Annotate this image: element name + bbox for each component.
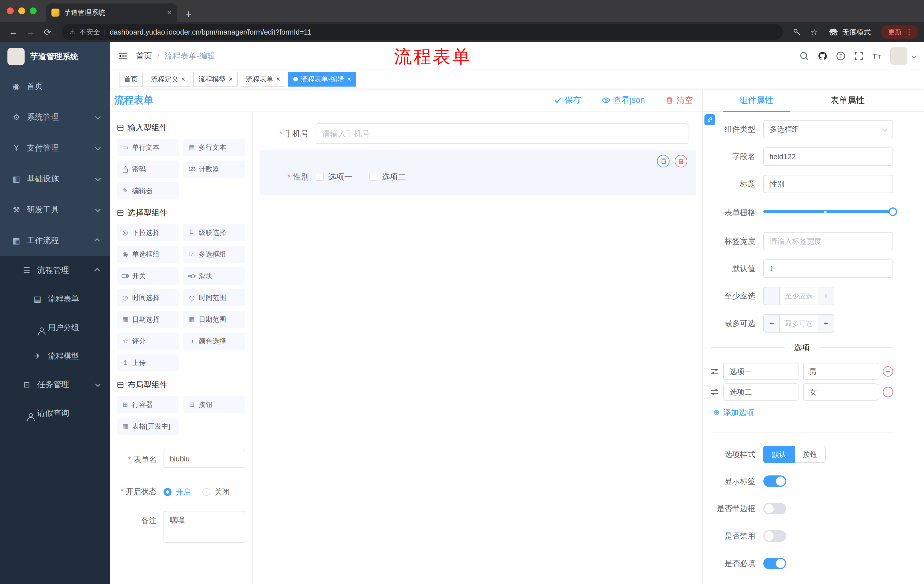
option-value-input[interactable]: [803, 363, 878, 380]
palette-item-slider[interactable]: 滑块: [183, 267, 245, 285]
search-icon[interactable]: [799, 51, 809, 61]
forward-icon[interactable]: →: [23, 25, 38, 39]
palette-item-radio-group[interactable]: ◉单选框组: [117, 246, 179, 263]
selected-component-gender[interactable]: 性别 选项一 选项二: [260, 150, 696, 195]
sidebar-item-process-form[interactable]: ▤ 流程表单: [0, 285, 110, 313]
grid-slider[interactable]: [763, 202, 893, 220]
status-off-radio[interactable]: 关闭: [202, 487, 230, 497]
tag-close-icon[interactable]: ×: [229, 76, 233, 82]
save-button[interactable]: 保存: [554, 95, 581, 106]
sidebar-item-user-group[interactable]: 用户分组: [0, 313, 110, 342]
minus-button[interactable]: −: [764, 315, 780, 332]
tab-close-icon[interactable]: ×: [167, 8, 172, 16]
remark-textarea[interactable]: 嘿嘿: [163, 511, 245, 543]
sidebar-item-task-management[interactable]: ⊟ 任务管理: [0, 370, 110, 399]
remove-option-button[interactable]: −: [883, 366, 893, 377]
sidebar-item-system[interactable]: ⚙ 系统管理: [0, 102, 110, 133]
minus-button[interactable]: −: [764, 288, 780, 304]
github-icon[interactable]: [818, 51, 827, 61]
back-icon[interactable]: ←: [6, 25, 21, 39]
sidebar-item-payment[interactable]: ¥ 支付管理: [0, 133, 110, 163]
component-type-select[interactable]: 多选框组: [763, 120, 893, 138]
option-label-input[interactable]: [723, 363, 799, 380]
fullscreen-icon[interactable]: [854, 51, 863, 61]
window-minimize-button[interactable]: [18, 7, 25, 14]
style-button-button[interactable]: 按钮: [795, 446, 826, 463]
tag-home[interactable]: 首页: [119, 72, 143, 87]
palette-item-single-line-text[interactable]: ▭单行文本: [117, 139, 179, 156]
tag-close-icon[interactable]: ×: [347, 76, 351, 82]
tag-process-definition[interactable]: 流程定义 ×: [146, 72, 190, 87]
window-zoom-button[interactable]: [30, 7, 36, 14]
slider-handle[interactable]: [889, 207, 897, 216]
palette-item-password[interactable]: 密码: [117, 161, 179, 178]
address-bar[interactable]: ⚠ 不安全 | dashboard.yudao.iocoder.cn/bpm/m…: [62, 24, 783, 40]
password-key-icon[interactable]: [790, 25, 805, 39]
default-value-input[interactable]: [763, 260, 893, 278]
palette-item-upload[interactable]: ↥上传: [117, 354, 179, 372]
window-close-button[interactable]: [7, 7, 14, 14]
plus-button[interactable]: +: [818, 315, 834, 332]
delete-component-button[interactable]: [675, 155, 687, 168]
status-on-radio[interactable]: 开启: [163, 487, 191, 497]
bookmark-star-icon[interactable]: ☆: [807, 25, 822, 39]
palette-item-row-container[interactable]: ⊞行容器: [117, 396, 179, 413]
disabled-toggle[interactable]: [763, 530, 786, 542]
copy-component-button[interactable]: [657, 155, 670, 168]
required-toggle[interactable]: [763, 558, 786, 569]
tag-process-form[interactable]: 流程表单 ×: [241, 72, 285, 87]
tag-close-icon[interactable]: ×: [181, 76, 185, 82]
palette-item-editor[interactable]: ✎编辑器: [117, 182, 179, 199]
browser-update-button[interactable]: 更新 ⋮: [881, 25, 918, 39]
palette-item-dropdown-select[interactable]: ◎下拉选择: [117, 224, 179, 241]
palette-item-checkbox-group[interactable]: ☑多选框组: [183, 246, 245, 263]
palette-item-date-range[interactable]: ▦日期范围: [183, 311, 245, 328]
sidebar-item-process-management[interactable]: ☰ 流程管理: [0, 256, 110, 285]
tag-close-icon[interactable]: ×: [276, 76, 280, 82]
drag-handle-icon[interactable]: [711, 388, 719, 396]
clear-button[interactable]: 清空: [665, 95, 693, 106]
show-label-toggle[interactable]: [763, 475, 786, 487]
palette-item-date-picker[interactable]: ▦日期选择: [117, 311, 179, 328]
palette-item-cascade-select[interactable]: 级联选择: [183, 224, 245, 241]
option-value-input[interactable]: [803, 383, 878, 401]
doc-link-icon[interactable]: [705, 114, 715, 125]
palette-item-rating[interactable]: ☆评分: [117, 332, 179, 350]
breadcrumb-home[interactable]: 首页: [136, 51, 152, 61]
stepper-placeholder[interactable]: 最多可选: [780, 315, 818, 332]
palette-item-time-range[interactable]: ◷时间范围: [183, 289, 245, 306]
palette-item-button[interactable]: ⊡按钮: [183, 396, 245, 413]
font-size-icon[interactable]: TT: [872, 51, 882, 61]
palette-item-table[interactable]: ▦表格[开发中]: [117, 418, 179, 435]
phone-input[interactable]: [316, 123, 688, 144]
avatar[interactable]: [890, 48, 908, 64]
label-width-input[interactable]: [763, 232, 893, 250]
hamburger-icon[interactable]: [118, 51, 128, 61]
gender-option2-checkbox[interactable]: 选项二: [370, 171, 406, 182]
sidebar-item-dev-tools[interactable]: ⚒ 研发工具: [0, 194, 110, 225]
new-tab-button[interactable]: +: [185, 8, 191, 20]
tab-component-props[interactable]: 组件属性: [711, 89, 802, 112]
field-name-input[interactable]: [763, 147, 893, 166]
add-option-button[interactable]: ⊕ 添加选项: [713, 408, 893, 418]
form-name-input[interactable]: [163, 450, 245, 468]
sidebar-item-process-model[interactable]: ✈ 流程模型: [0, 342, 110, 370]
sidebar-item-leave-query[interactable]: 请假查询: [0, 399, 110, 428]
remove-option-button[interactable]: −: [883, 387, 893, 397]
tab-form-props[interactable]: 表单属性: [802, 89, 893, 112]
tag-process-model[interactable]: 流程模型 ×: [193, 72, 238, 87]
help-icon[interactable]: ?: [836, 51, 846, 61]
palette-item-color-picker[interactable]: ◑颜色选择: [183, 332, 245, 350]
browser-menu-icon[interactable]: ⋮: [905, 28, 913, 36]
plus-button[interactable]: +: [818, 288, 834, 304]
palette-item-switch[interactable]: 开关: [117, 267, 179, 285]
option-label-input[interactable]: [723, 383, 799, 401]
sidebar-item-workflow[interactable]: ▦ 工作流程: [0, 225, 110, 256]
tag-process-form-edit[interactable]: 流程表单-编辑 ×: [288, 72, 356, 87]
title-input[interactable]: [763, 175, 893, 193]
drag-handle-icon[interactable]: [711, 367, 719, 375]
reload-icon[interactable]: ⟳: [40, 25, 55, 39]
view-json-button[interactable]: 查看json: [602, 95, 645, 106]
sidebar-item-infrastructure[interactable]: ▥ 基础设施: [0, 163, 110, 194]
palette-item-counter[interactable]: 123计数器: [183, 161, 245, 178]
